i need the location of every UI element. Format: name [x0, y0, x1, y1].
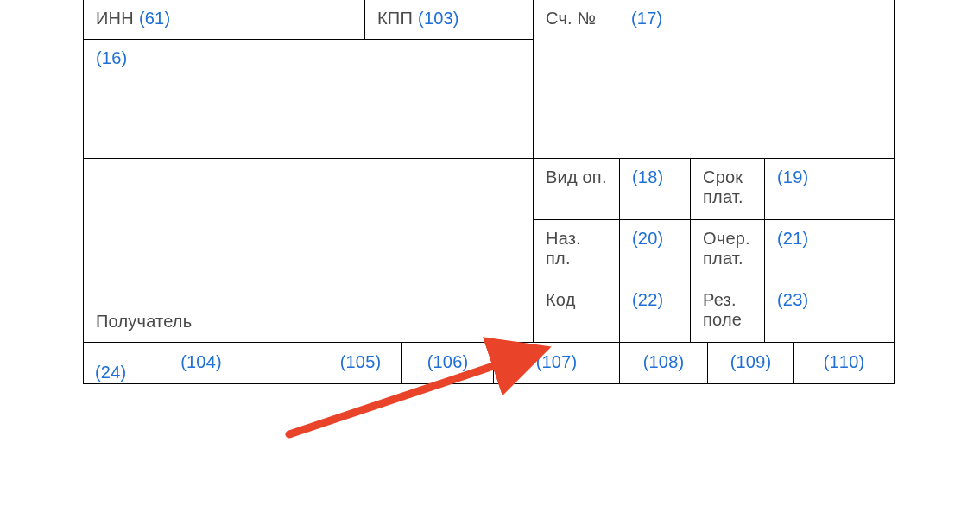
ref-109: (109) [730, 352, 772, 371]
label-rez-pole-cell: Рез. поле [691, 281, 765, 342]
ref-23: (23) [777, 290, 808, 310]
ref-104: (104) [180, 352, 222, 371]
label-kod: Код [546, 290, 576, 310]
label-srok-plat-cell: Срок плат. [691, 159, 765, 219]
middle-right-grid: Вид оп. (18) Срок плат. (19) [533, 159, 894, 342]
ref-106: (106) [427, 352, 469, 371]
label-sch-cell: Сч. № [534, 0, 619, 41]
field-16: (16) [84, 40, 533, 68]
ref-105: (105) [340, 352, 382, 371]
ref-61: (61) [139, 9, 170, 28]
ref-22: (22) [632, 290, 663, 310]
ref-107: (107) [536, 352, 578, 371]
label-kod-cell: Код [534, 281, 620, 342]
field-109: (109) [707, 343, 793, 383]
label-ocher-plat-cell: Очер. плат. [691, 220, 765, 281]
ref-110: (110) [824, 352, 865, 371]
ref-108: (108) [643, 352, 685, 371]
label-srok-plat: Срок плат. [703, 168, 743, 207]
label-vid-op: Вид оп. [546, 168, 607, 187]
label-naz-pl-cell: Наз. пл. [534, 220, 620, 281]
label-vid-op-cell: Вид оп. [534, 159, 620, 219]
field-24: (24) [95, 363, 126, 382]
ref-19: (19) [777, 168, 808, 187]
field-106: (106) [401, 343, 493, 383]
field-17: (17) [619, 0, 894, 158]
field-inn: ИНН (61) [84, 0, 364, 39]
row-kod: Код (22) Рез. поле (23) [534, 281, 894, 342]
label-recipient: Получатель [96, 312, 192, 332]
field-21: (21) [765, 220, 894, 281]
ref-18: (18) [632, 168, 663, 187]
document-sheet: ИНН (61) КПП (103) (16) С [0, 0, 980, 512]
label-ocher-plat: Очер. плат. [703, 229, 750, 269]
label-naz-pl: Наз. пл. [546, 229, 609, 269]
middle-grid: Получатель Вид оп. (18) Срок плат. [84, 158, 894, 342]
field-105: (105) [319, 343, 401, 383]
field-kpp: КПП (103) [364, 0, 533, 39]
field-20: (20) [620, 220, 691, 281]
field-account-label-col: Сч. № [533, 0, 619, 158]
label-kpp: КПП [377, 9, 413, 28]
field-19: (19) [765, 159, 894, 219]
ref-21: (21) [777, 229, 808, 249]
row-vid-op: Вид оп. (18) Срок плат. (19) [534, 159, 894, 220]
payment-form-fragment: ИНН (61) КПП (103) (16) С [83, 0, 895, 384]
ref-103: (103) [418, 9, 459, 28]
ref-17: (17) [631, 9, 662, 28]
label-inn: ИНН [96, 9, 134, 28]
field-107: (107) [493, 343, 619, 383]
row-naz-pl: Наз. пл. (20) Очер. плат. (21) [534, 220, 894, 281]
ref-20: (20) [632, 229, 663, 249]
codes-row: (104) (105) (106) (107) (108) (109) (110… [84, 342, 894, 383]
field-18: (18) [620, 159, 691, 219]
label-rez-pole: Рез. поле [703, 290, 742, 330]
field-22: (22) [620, 281, 691, 342]
field-23: (23) [765, 281, 894, 342]
top-left-block: ИНН (61) КПП (103) (16) [84, 0, 533, 158]
recipient-area: Получатель [84, 159, 533, 342]
label-sch: Сч. № [546, 9, 596, 28]
ref-16: (16) [96, 48, 127, 67]
ref-24: (24) [95, 363, 126, 382]
field-110: (110) [793, 343, 894, 383]
field-108: (108) [619, 343, 707, 383]
top-block: ИНН (61) КПП (103) (16) С [84, 0, 894, 158]
